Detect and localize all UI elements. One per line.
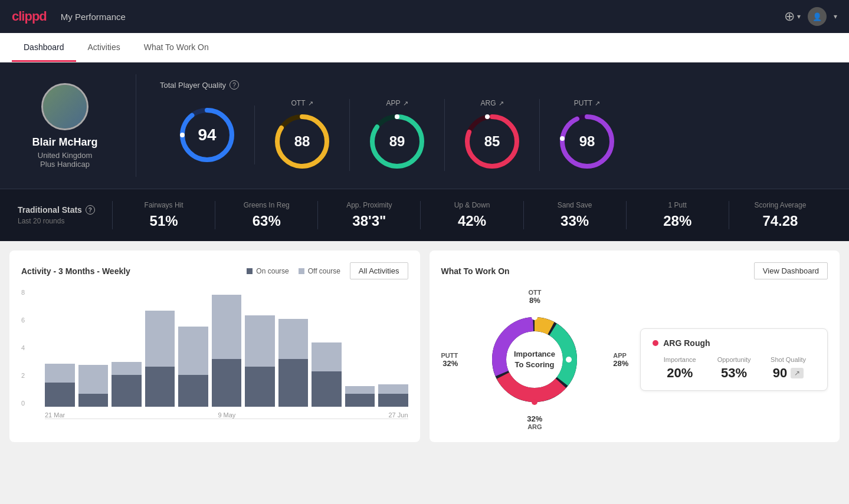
logo-text: clippd xyxy=(12,9,47,24)
bar-on-course xyxy=(45,383,75,407)
bar-on-course xyxy=(278,359,309,407)
tab-what-to-work-on[interactable]: What To Work On xyxy=(132,33,221,62)
svg-point-13 xyxy=(560,136,565,141)
detail-opportunity: Opportunity 53% xyxy=(707,356,761,381)
detail-header: ARG Rough xyxy=(653,338,815,348)
stat-scoring-label: Scoring Average xyxy=(741,201,820,209)
arg-value: 85 xyxy=(484,133,500,150)
what-to-work-on-card: What To Work On View Dashboard OTT 8% AP… xyxy=(430,251,840,442)
detail-shotquality: Shot Quality 90 ↗ xyxy=(761,356,815,381)
x-axis-labels: 21 Mar 9 May 27 Jun xyxy=(45,411,408,419)
legend-on-course: On course xyxy=(247,267,289,275)
detail-dot xyxy=(653,340,658,346)
traditional-stats: Traditional Stats ? Last 20 rounds Fairw… xyxy=(0,189,849,241)
y-label-2: 2 xyxy=(21,372,25,379)
putt-value: 98 xyxy=(579,133,595,150)
svg-point-23 xyxy=(532,399,537,405)
bar-off-course xyxy=(78,365,109,394)
user-avatar[interactable]: 👤 xyxy=(808,7,827,26)
stat-updown: Up & Down 42% xyxy=(420,201,523,229)
putt-outer-label: PUTT 32% xyxy=(441,352,458,368)
view-dashboard-button[interactable]: View Dashboard xyxy=(754,262,828,279)
svg-point-7 xyxy=(395,114,399,119)
arg-gauge: 85 xyxy=(463,112,522,171)
bar-off-course xyxy=(212,295,242,359)
stat-updown-value: 42% xyxy=(432,213,511,229)
bar-group xyxy=(345,289,375,407)
stat-updown-label: Up & Down xyxy=(432,201,511,209)
player-avatar-image xyxy=(43,85,87,129)
quality-help-icon[interactable]: ? xyxy=(230,80,239,90)
chart-legend: On course Off course xyxy=(247,267,340,275)
svg-point-21 xyxy=(532,314,537,320)
bar-group xyxy=(178,289,208,407)
shot-quality-badge: ↗ xyxy=(791,368,804,378)
y-label-6: 6 xyxy=(21,317,25,324)
detail-shotquality-label: Shot Quality xyxy=(761,356,815,363)
ott-outer-label: OTT 8% xyxy=(528,289,541,305)
bar-on-course xyxy=(178,375,208,407)
app-outer-label: APP 28% xyxy=(613,352,628,368)
wtw-body: OTT 8% APP 28% 32% ARG PUTT 32% xyxy=(441,289,828,430)
trad-stat-help-icon[interactable]: ? xyxy=(86,205,95,215)
quality-section: Total Player Quality ? 94 OTT xyxy=(160,80,831,171)
legend-on-course-dot xyxy=(247,268,253,274)
stat-1putt-value: 28% xyxy=(638,213,717,229)
stat-fairways-value: 51% xyxy=(124,213,203,229)
app-label: APP ↗ xyxy=(386,99,408,107)
svg-text:Importance: Importance xyxy=(514,350,555,358)
add-button[interactable]: ⊕ ▾ xyxy=(784,9,801,24)
stat-scoring: Scoring Average 74.28 xyxy=(729,201,831,229)
putt-metric: PUTT ↗ 98 xyxy=(540,99,634,171)
bar-off-course xyxy=(112,362,142,375)
app-gauge: 89 xyxy=(368,112,427,171)
arg-outer-label: 32% ARG xyxy=(527,414,542,430)
arg-metric: ARG ↗ 85 xyxy=(445,99,540,171)
detail-opportunity-value: 53% xyxy=(707,365,761,381)
logo: clippd My Performance xyxy=(12,9,126,24)
bar-group xyxy=(312,289,342,407)
wtw-title: What To Work On xyxy=(441,266,510,276)
chart-controls: On course Off course All Activities xyxy=(247,262,408,279)
detail-opportunity-label: Opportunity xyxy=(707,356,761,363)
activity-chart-card: Activity - 3 Months - Weekly On course O… xyxy=(9,251,420,442)
bar-off-course xyxy=(245,315,275,367)
bar-on-course xyxy=(245,367,275,407)
bar-off-course xyxy=(178,327,208,375)
stat-1putt-label: 1 Putt xyxy=(638,201,717,209)
bar-group xyxy=(112,289,142,407)
add-chevron: ▾ xyxy=(797,12,801,21)
tab-dashboard[interactable]: Dashboard xyxy=(12,33,76,62)
player-handicap: Plus Handicap xyxy=(40,160,90,169)
tab-activities[interactable]: Activities xyxy=(76,33,132,62)
ott-value: 88 xyxy=(294,133,310,150)
y-label-8: 8 xyxy=(21,289,25,296)
detail-metrics: Importance 20% Opportunity 53% Shot Qual… xyxy=(653,356,815,381)
all-activities-button[interactable]: All Activities xyxy=(350,262,408,279)
total-quality-gauge: 94 xyxy=(178,106,237,164)
trad-stat-title: Traditional Stats ? xyxy=(18,205,112,215)
stat-greens: Greens In Reg 63% xyxy=(215,201,317,229)
total-quality-value: 94 xyxy=(198,126,216,144)
detail-title: ARG Rough xyxy=(663,338,710,348)
bar-group xyxy=(378,289,408,407)
y-label-4: 4 xyxy=(21,344,25,351)
legend-off-course: Off course xyxy=(299,267,340,275)
putt-label: PUTT ↗ xyxy=(574,99,600,107)
stat-greens-label: Greens In Reg xyxy=(227,201,306,209)
player-banner: Blair McHarg United Kingdom Plus Handica… xyxy=(0,62,849,189)
player-name: Blair McHarg xyxy=(32,136,97,149)
bar-on-course xyxy=(312,371,342,407)
trad-stat-info: Traditional Stats ? Last 20 rounds xyxy=(18,205,112,225)
header-right: ⊕ ▾ 👤 ▾ xyxy=(784,7,837,26)
donut-svg: Importance To Scoring xyxy=(481,307,588,413)
stat-sandsave-value: 33% xyxy=(536,213,614,229)
bar-chart-inner xyxy=(45,289,408,407)
trad-stat-subtitle: Last 20 rounds xyxy=(18,217,112,225)
avatar-icon: 👤 xyxy=(812,12,822,21)
stat-greens-value: 63% xyxy=(227,213,306,229)
bottom-section: Activity - 3 Months - Weekly On course O… xyxy=(0,241,849,452)
stat-proximity: App. Proximity 38'3" xyxy=(317,201,420,229)
donut-section: OTT 8% APP 28% 32% ARG PUTT 32% xyxy=(441,289,629,430)
stat-proximity-value: 38'3" xyxy=(330,213,408,229)
